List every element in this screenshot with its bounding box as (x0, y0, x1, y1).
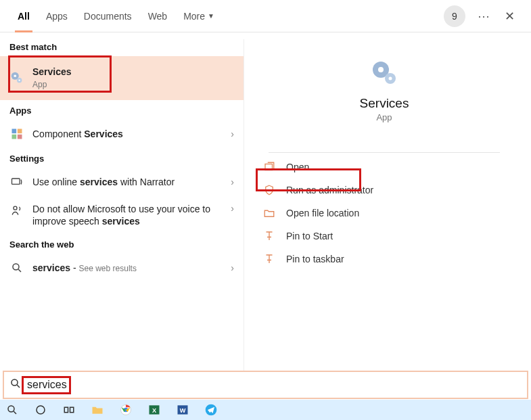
result-title: Services (32, 66, 234, 78)
tab-more[interactable]: More▼ (175, 0, 223, 32)
svg-point-2 (14, 75, 16, 78)
taskbar-word-icon[interactable]: W (175, 402, 191, 418)
divider (269, 152, 500, 153)
svg-text:X: X (152, 407, 157, 414)
result-text: Component Services (32, 128, 231, 140)
taskbar: X W (0, 400, 531, 420)
search-tabs: All Apps Documents Web More▼ 9 ⋯ ✕ (0, 0, 531, 32)
rewards-count: 9 (452, 11, 457, 22)
svg-point-3 (18, 80, 20, 81)
tab-apps[interactable]: Apps (38, 0, 76, 32)
tab-web-label: Web (148, 11, 168, 22)
svg-line-11 (18, 269, 21, 272)
section-settings: Settings (0, 148, 244, 168)
taskbar-explorer-icon[interactable] (89, 402, 106, 418)
svg-point-17 (11, 379, 18, 386)
tab-documents-label: Documents (84, 11, 132, 22)
chevron-right-icon: › (231, 129, 234, 139)
narrator-icon (9, 174, 24, 189)
svg-line-18 (17, 385, 20, 388)
result-web-services[interactable]: services - See web results › (0, 254, 244, 282)
svg-rect-22 (64, 407, 68, 413)
action-run-admin[interactable]: Run as administrator (256, 179, 512, 202)
svg-point-10 (13, 264, 19, 270)
chevron-right-icon: › (231, 262, 234, 273)
pin-icon (263, 253, 277, 265)
tab-documents[interactable]: Documents (76, 0, 140, 32)
section-searchweb: Search the web (0, 234, 244, 254)
gears-icon (368, 57, 400, 89)
tab-web[interactable]: Web (140, 0, 176, 32)
result-bestmatch-services[interactable]: Services App (0, 56, 244, 100)
taskbar-telegram-icon[interactable] (203, 402, 219, 418)
svg-rect-6 (12, 135, 17, 139)
section-bestmatch: Best match (0, 37, 244, 56)
result-text: Use online services with Narrator (32, 176, 231, 188)
svg-point-14 (378, 67, 384, 72)
action-pin-start[interactable]: Pin to Start (256, 225, 512, 248)
svg-line-20 (14, 411, 16, 414)
result-text: Services App (32, 66, 234, 91)
svg-rect-4 (12, 129, 17, 133)
search-bar[interactable] (3, 371, 528, 399)
search-results: Best match Services App Apps Component S… (0, 32, 531, 387)
tab-more-label: More (183, 11, 205, 22)
section-apps: Apps (0, 100, 244, 120)
taskbar-search-icon[interactable] (4, 402, 20, 418)
options-button[interactable]: ⋯ (471, 9, 498, 24)
close-button[interactable]: ✕ (498, 9, 522, 24)
svg-point-9 (14, 206, 17, 210)
taskbar-chrome-icon[interactable] (118, 402, 134, 418)
search-input[interactable] (27, 379, 522, 391)
svg-point-15 (389, 77, 392, 80)
taskbar-excel-icon[interactable]: X (146, 402, 162, 418)
svg-rect-23 (70, 407, 74, 413)
svg-text:W: W (180, 407, 186, 414)
result-narrator-services[interactable]: Use online services with Narrator › (0, 168, 244, 196)
result-speech-services[interactable]: Do not allow Microsoft to use your voice… (0, 196, 244, 234)
svg-point-21 (37, 406, 45, 414)
chevron-right-icon: › (231, 203, 234, 214)
svg-rect-7 (18, 135, 22, 139)
action-open[interactable]: Open (256, 156, 512, 179)
result-text: Do not allow Microsoft to use your voice… (32, 203, 231, 227)
detail-sub: App (376, 112, 392, 122)
tab-all[interactable]: All (9, 0, 38, 32)
results-list: Best match Services App Apps Component S… (0, 32, 244, 387)
component-icon (9, 126, 24, 141)
chevron-right-icon: › (231, 177, 234, 187)
search-icon (9, 260, 24, 275)
action-label: Open (286, 162, 309, 172)
pin-icon (263, 230, 277, 242)
chevron-down-icon: ▼ (208, 12, 214, 20)
svg-rect-16 (265, 164, 273, 170)
svg-rect-5 (18, 129, 22, 133)
result-component-services[interactable]: Component Services › (0, 120, 244, 148)
speech-icon (9, 203, 24, 218)
action-label: Open file location (286, 208, 359, 218)
action-pin-taskbar[interactable]: Pin to taskbar (256, 248, 512, 271)
folder-icon (263, 207, 277, 219)
action-open-location[interactable]: Open file location (256, 202, 512, 225)
detail-panel: Services App Open Run as administrator O… (244, 39, 524, 380)
action-label: Pin to taskbar (286, 254, 344, 264)
gears-icon (9, 70, 24, 85)
tab-apps-label: Apps (46, 11, 68, 22)
taskbar-taskview-icon[interactable] (61, 402, 77, 418)
detail-title: Services (360, 96, 409, 111)
action-label: Run as administrator (286, 185, 373, 195)
result-sub: App (32, 80, 47, 89)
open-icon (263, 161, 277, 173)
action-label: Pin to Start (286, 231, 333, 241)
svg-point-19 (8, 406, 14, 412)
tab-all-label: All (18, 11, 30, 22)
result-text: services - See web results (32, 262, 231, 275)
svg-rect-8 (12, 179, 20, 184)
rewards-badge[interactable]: 9 (444, 5, 465, 27)
shield-icon (263, 184, 277, 196)
search-icon (9, 377, 22, 392)
taskbar-cortana-icon[interactable] (32, 402, 49, 418)
